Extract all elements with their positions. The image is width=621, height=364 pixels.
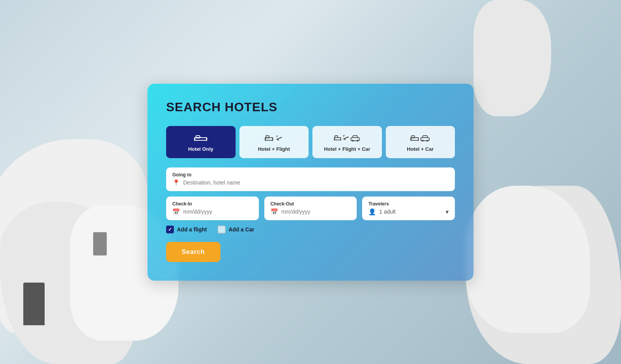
calendar-in-icon: 📅 xyxy=(172,208,180,216)
add-flight-label: Add a flight xyxy=(177,226,207,233)
tab-hotel-flight-car-label: Hotel + Flight + Car xyxy=(324,146,370,152)
add-flight-checkbox[interactable]: ✓ Add a flight xyxy=(166,226,207,233)
card-title: SEARCH HOTELS xyxy=(166,100,455,114)
add-flight-check-icon: ✓ xyxy=(168,227,172,232)
add-car-checkbox[interactable]: ✓ Add a Car xyxy=(218,226,254,233)
tab-hotel-flight[interactable]: Hotel + Flight xyxy=(239,126,309,158)
hotel-flight-icon xyxy=(264,132,284,143)
search-card: SEARCH HOTELS Hotel Only xyxy=(147,84,474,281)
going-to-field: Going to 📍 xyxy=(166,167,455,191)
person-icon: 👤 xyxy=(368,208,376,216)
svg-rect-9 xyxy=(335,136,338,138)
check-in-label: Check-In xyxy=(172,201,253,207)
check-out-input[interactable] xyxy=(281,209,351,215)
tab-hotel-only-label: Hotel Only xyxy=(188,146,213,152)
svg-point-20 xyxy=(422,140,423,141)
hotel-car-icon xyxy=(410,132,430,143)
svg-point-13 xyxy=(352,140,354,141)
tab-hotel-car[interactable]: Hotel + Car xyxy=(386,126,455,158)
going-to-label: Going to xyxy=(172,172,449,178)
check-in-field: Check-In 📅 xyxy=(166,197,259,220)
tab-hotel-only[interactable]: Hotel Only xyxy=(166,126,236,158)
svg-point-21 xyxy=(426,140,428,141)
check-out-field: Check-Out 📅 xyxy=(264,197,357,220)
check-out-label: Check-Out xyxy=(271,201,351,207)
search-button[interactable]: Search xyxy=(166,242,220,262)
travelers-field: Travelers 👤 1 adult 2 adults 3 adults 4 … xyxy=(362,197,455,220)
tabs-container: Hotel Only Hotel + Flight xyxy=(166,126,455,158)
tab-hotel-flight-car[interactable]: Hotel + Flight + Car xyxy=(312,126,382,158)
tab-hotel-flight-label: Hotel + Flight xyxy=(258,146,290,152)
travelers-input-wrap: 👤 1 adult 2 adults 3 adults 4 adults ▾ xyxy=(368,208,449,216)
add-car-label: Add a Car xyxy=(229,226,254,233)
calendar-out-icon: 📅 xyxy=(271,208,278,216)
svg-rect-5 xyxy=(266,136,269,138)
overlay: SEARCH HOTELS Hotel Only xyxy=(0,0,621,364)
add-car-checkbox-box: ✓ xyxy=(218,226,226,233)
dates-travelers-row: Check-In 📅 Check-Out 📅 Travelers 👤 xyxy=(166,197,455,220)
svg-point-14 xyxy=(357,140,359,141)
going-to-input-wrap: 📍 xyxy=(172,179,449,186)
svg-rect-1 xyxy=(196,136,200,138)
check-in-input[interactable] xyxy=(183,209,253,215)
travelers-label: Travelers xyxy=(368,201,449,207)
checkboxes-row: ✓ Add a flight ✓ Add a Car xyxy=(166,226,455,233)
location-icon: 📍 xyxy=(172,179,180,186)
hotel-flight-car-icon xyxy=(334,132,360,143)
check-in-input-wrap: 📅 xyxy=(172,208,253,216)
travelers-select[interactable]: 1 adult 2 adults 3 adults 4 adults xyxy=(379,209,442,215)
add-flight-checkbox-box: ✓ xyxy=(166,226,174,233)
check-out-input-wrap: 📅 xyxy=(271,208,351,216)
chevron-down-icon: ▾ xyxy=(446,208,449,216)
going-to-row: Going to 📍 xyxy=(166,167,455,191)
destination-input[interactable] xyxy=(183,179,449,186)
hotel-only-icon xyxy=(194,132,208,143)
tab-hotel-car-label: Hotel + Car xyxy=(407,146,434,152)
svg-rect-16 xyxy=(411,136,415,138)
